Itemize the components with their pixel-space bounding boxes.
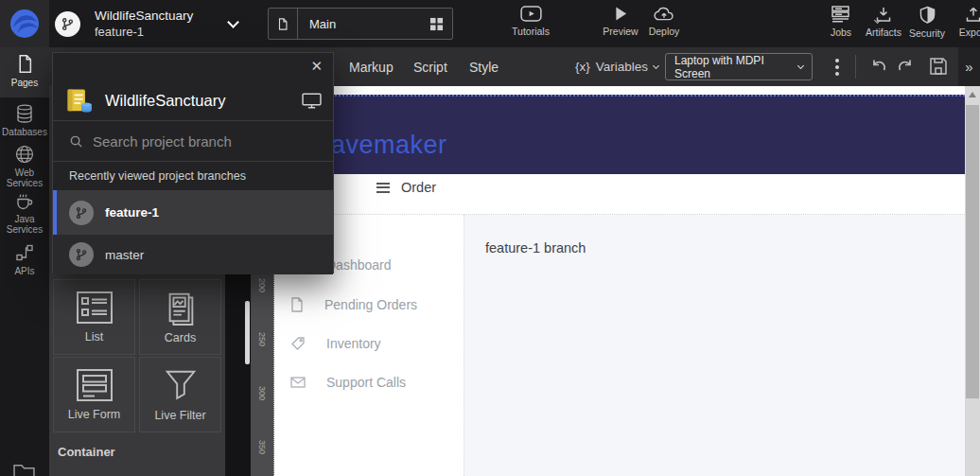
project-branch-selector[interactable]: WildlifeSanctuary feature-1 xyxy=(55,0,254,47)
ruler-mark: 250 xyxy=(257,332,267,346)
branch-icon xyxy=(69,242,94,267)
branch-switcher-popup: ✕ WildlifeSanctuary xyxy=(52,52,334,273)
tag-icon xyxy=(290,336,306,351)
more-options-button[interactable] xyxy=(831,55,844,79)
tutorials-button[interactable]: Tutorials xyxy=(501,6,560,37)
canvas-nav-support-calls[interactable]: Support Calls xyxy=(290,375,406,390)
ruler-mark: 200 xyxy=(257,278,267,292)
api-nodes-icon xyxy=(15,243,34,262)
chevron-down-icon xyxy=(653,62,659,69)
expand-right-panel-button[interactable]: » xyxy=(958,47,980,86)
folder-icon[interactable] xyxy=(13,464,35,476)
save-button[interactable] xyxy=(929,57,948,76)
sidebar-item-pages[interactable]: Pages xyxy=(0,47,49,97)
tab-markup[interactable]: Markup xyxy=(349,47,394,86)
widget-cards[interactable]: Cards xyxy=(139,279,221,355)
coffee-cup-icon xyxy=(15,191,34,210)
grid-view-icon[interactable] xyxy=(429,17,444,31)
shield-icon xyxy=(919,6,936,24)
sidebar-item-java-services[interactable]: Java Services xyxy=(0,191,49,235)
globe-icon xyxy=(15,145,34,164)
branch-icon xyxy=(69,201,94,225)
widget-list[interactable]: List xyxy=(53,279,135,355)
play-icon xyxy=(614,6,628,22)
monitor-icon[interactable] xyxy=(302,93,322,109)
branch-search-input[interactable] xyxy=(93,133,301,150)
canvas-menu-order[interactable]: Order xyxy=(376,180,436,195)
live-form-widget-icon xyxy=(76,368,114,402)
page-icon xyxy=(16,54,34,74)
variables-x-icon: {x} xyxy=(575,60,590,74)
scrollbar-thumb[interactable] xyxy=(966,105,979,398)
wave-logo-icon xyxy=(9,8,41,40)
top-bar: WildlifeSanctuary feature-1 Main xyxy=(0,0,980,47)
cloud-upload-icon xyxy=(653,6,675,22)
hamburger-menu-icon xyxy=(376,183,390,193)
branch-item-master[interactable]: master xyxy=(53,235,333,274)
canvas-scrollbar xyxy=(965,86,980,476)
popup-project-name: WildlifeSanctuary xyxy=(105,92,225,110)
current-branch-name: feature-1 xyxy=(95,25,193,39)
branch-search xyxy=(53,122,333,162)
export-tray-icon xyxy=(965,6,980,23)
tab-script[interactable]: Script xyxy=(413,47,447,86)
widget-live-form[interactable]: Live Form xyxy=(53,357,135,432)
canvas-page-header[interactable]: wavemaker xyxy=(274,95,965,174)
double-chevron-right-icon: » xyxy=(965,59,972,75)
page-file-icon xyxy=(269,9,298,39)
tab-style[interactable]: Style xyxy=(469,47,499,86)
sidebar-item-apis[interactable]: APIs xyxy=(0,243,49,276)
widget-live-filter[interactable]: Live Filter xyxy=(139,357,221,432)
vertical-scrollbar-thumb[interactable] xyxy=(245,301,250,364)
canvas-branch-label[interactable]: feature-1 branch xyxy=(485,240,586,256)
ruler-mark: 350 xyxy=(257,440,267,454)
cards-widget-icon xyxy=(163,290,199,326)
palette-section-container[interactable]: Container xyxy=(58,445,115,459)
database-icon xyxy=(16,104,33,123)
youtube-icon xyxy=(520,6,542,22)
toolbar-divider xyxy=(855,55,856,79)
jobs-stack-icon xyxy=(831,6,851,23)
variables-menu[interactable]: {x} Variables xyxy=(575,47,658,86)
search-icon xyxy=(69,134,83,149)
page-selector-value: Main xyxy=(309,17,336,31)
ruler-mark: 300 xyxy=(257,386,267,400)
branch-avatar xyxy=(55,11,80,37)
wavemaker-studio-window: WildlifeSanctuary feature-1 Main xyxy=(0,0,980,476)
page-selector[interactable]: Main xyxy=(268,8,453,40)
list-widget-icon xyxy=(76,291,114,325)
envelope-icon xyxy=(290,377,306,388)
canvas-nav-inventory[interactable]: Inventory xyxy=(290,336,381,351)
redo-button[interactable] xyxy=(897,57,916,76)
undo-button[interactable] xyxy=(868,57,887,76)
deploy-button[interactable]: Deploy xyxy=(635,6,693,37)
canvas-nav-pending-orders[interactable]: Pending Orders xyxy=(290,297,417,312)
canvas-content-area[interactable]: feature-1 branch xyxy=(464,215,965,476)
design-canvas[interactable]: wavemaker Order Dashboard Pending Ord xyxy=(274,86,965,476)
download-tray-icon xyxy=(875,6,892,23)
popup-project-header: WildlifeSanctuary xyxy=(53,81,333,121)
project-icon xyxy=(66,88,93,115)
device-selector[interactable]: Laptop with MDPI Screen xyxy=(665,53,813,80)
studio-sidebar: Pages Databases Web Services xyxy=(0,47,49,476)
scroll-up-arrow[interactable] xyxy=(969,92,976,97)
project-name: WildlifeSanctuary xyxy=(95,9,193,23)
branch-item-feature-1[interactable]: feature-1 xyxy=(53,190,333,235)
sidebar-item-databases[interactable]: Databases xyxy=(0,104,49,137)
sidebar-item-web-services[interactable]: Web Services xyxy=(0,145,49,188)
document-icon xyxy=(290,297,304,312)
close-icon[interactable]: ✕ xyxy=(310,58,323,75)
live-filter-widget-icon xyxy=(163,367,199,403)
wavemaker-logo[interactable] xyxy=(0,0,49,47)
export-button[interactable]: Export xyxy=(944,6,980,38)
recent-branches-label: Recently viewed project branches xyxy=(69,162,246,190)
